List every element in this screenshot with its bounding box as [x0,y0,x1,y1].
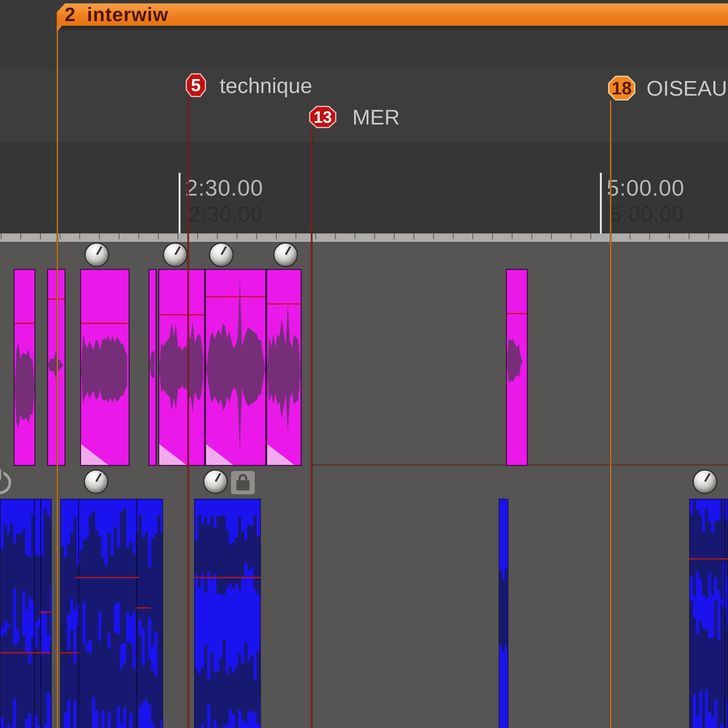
major-time-tick [600,173,602,234]
minor-time-tick [20,234,21,239]
power-icon[interactable] [0,471,11,494]
gain-line[interactable] [507,313,527,314]
minor-time-tick [374,234,375,239]
minor-time-tick [512,234,512,239]
marker-label-oiseau: OISEAU [647,76,727,101]
gain-line[interactable] [689,558,728,560]
marker-line-oiseau[interactable] [610,101,612,728]
pan-knob-bottom-track[interactable] [203,469,228,494]
marker-badge-mer[interactable]: 13 [309,106,336,128]
marker-label-mer: MER [352,106,400,128]
region-split-line [40,499,41,728]
audio-region-magenta[interactable] [266,269,301,466]
waveform [195,499,260,728]
marker-line-mer[interactable] [311,128,312,728]
gain-line[interactable] [48,298,64,300]
minor-time-tick [237,234,237,239]
minor-time-tick [119,234,119,239]
pan-knob-top-track[interactable] [84,242,109,267]
marker-line-interwiw[interactable] [57,25,58,728]
minor-time-tick [630,234,630,239]
gain-line[interactable] [194,577,261,578]
audio-region-blue[interactable] [194,499,261,728]
minor-time-tick [453,234,454,239]
minor-time-tick [649,234,650,239]
pan-knob-bottom-track[interactable] [84,469,109,494]
audio-region-blue[interactable] [60,499,163,728]
gain-line[interactable] [135,607,151,609]
region-split-line [34,499,35,728]
tick-strip-ruler[interactable] [0,234,728,243]
range-marker-number: 2 [64,3,76,26]
waveform [150,270,156,465]
minor-time-tick [394,234,395,239]
marker-line-technique[interactable] [187,97,189,728]
ruler-timestamp-ghost: 2:30.00 [188,202,263,226]
waveform [267,270,301,465]
minor-time-tick [138,234,139,239]
waveform [206,270,265,465]
minor-time-tick [531,234,532,239]
audio-region-magenta[interactable] [14,269,35,466]
gain-line[interactable] [60,652,79,653]
audio-region-magenta[interactable] [47,269,66,466]
gain-line[interactable] [81,323,128,324]
gain-line[interactable] [206,296,265,297]
gain-line[interactable] [15,323,34,324]
marker-badge-technique[interactable]: 5 [186,73,206,97]
ruler-timestamp-ghost: 5:00.00 [610,202,684,226]
minor-time-tick [413,234,414,239]
minor-time-tick [177,234,178,239]
gain-line[interactable] [267,303,301,304]
gain-line[interactable] [0,652,50,653]
audio-region-magenta[interactable] [80,269,130,466]
audio-region-magenta[interactable] [205,269,266,466]
waveform [61,499,162,728]
range-bar-shadow [57,26,728,32]
region-split-line [724,499,725,728]
minor-time-tick [551,234,552,239]
audio-region-blue[interactable] [689,499,728,728]
minor-time-tick [256,234,257,239]
pan-knob-top-track[interactable] [273,242,298,267]
waveform [159,270,204,465]
region-split-line [78,499,79,728]
lock-icon[interactable] [231,471,255,494]
minor-time-tick [492,234,493,239]
minor-time-tick [197,234,198,239]
major-time-tick [179,173,180,234]
range-marker-label: interwiw [87,3,169,26]
gain-line[interactable] [39,612,52,613]
gain-line[interactable] [159,314,204,315]
minor-time-tick [40,234,41,239]
minor-time-tick [158,234,159,239]
waveform [499,499,508,728]
pan-knob-top-track[interactable] [163,242,188,267]
audio-region-magenta[interactable] [506,269,528,466]
minor-time-tick [315,234,316,239]
minor-time-tick [1,234,2,239]
audio-region-blue[interactable] [0,499,52,728]
waveform [690,499,727,728]
gain-line[interactable] [75,577,139,578]
audio-region-magenta[interactable] [158,269,205,466]
minor-time-tick [335,234,336,239]
minor-time-tick [571,234,572,239]
marker-label-technique: technique [220,74,312,97]
minor-time-tick [689,234,690,239]
minor-time-tick [80,234,80,239]
audio-region-magenta[interactable] [148,269,156,466]
pan-knob-top-track[interactable] [209,242,234,267]
minor-time-tick [60,234,60,239]
minor-time-tick [217,234,218,239]
minor-time-tick [355,234,355,239]
audio-region-blue[interactable] [499,499,508,728]
marker-number: 5 [191,75,201,95]
pan-knob-bottom-track[interactable] [693,469,717,494]
minor-time-tick [590,234,591,239]
ruler-timestamp: 5:00.00 [607,175,685,201]
minor-time-tick [276,234,277,239]
range-marker-interwiw[interactable]: 2 interwiw [57,3,728,26]
waveform [81,270,128,465]
marker-badge-oiseau[interactable]: 18 [608,76,635,101]
